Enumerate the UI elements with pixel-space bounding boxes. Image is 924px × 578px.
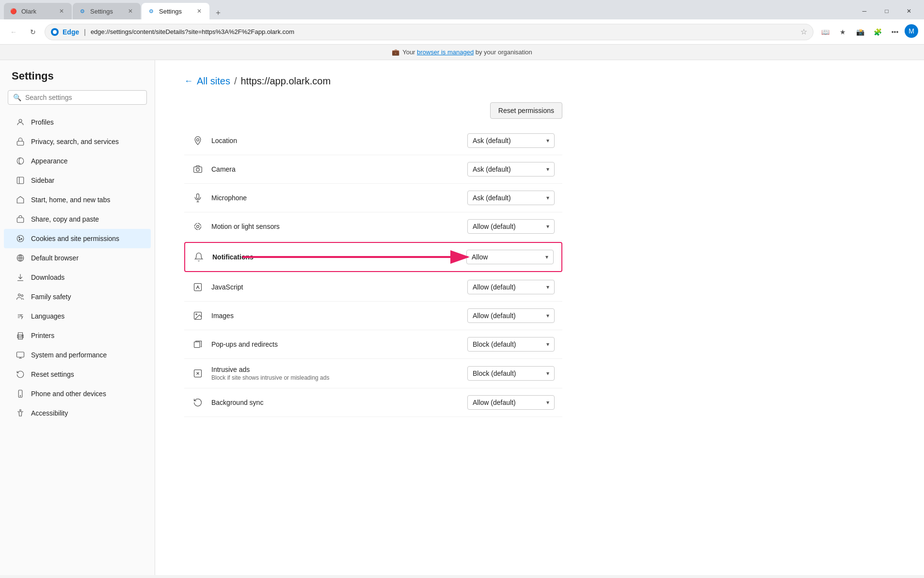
permission-row-images: Images Allow (default) ▾: [184, 302, 562, 330]
sidebar-item-share-label: Share, copy and paste: [31, 215, 99, 223]
permission-notifications-chevron: ▾: [545, 254, 548, 260]
tab-settings2[interactable]: ⚙ Settings ✕: [142, 3, 209, 19]
permission-background-sync-value: Allow (default): [473, 399, 544, 406]
back-button[interactable]: ←: [6, 24, 21, 40]
tab-olark-close[interactable]: ✕: [57, 7, 66, 16]
phone-icon: [16, 389, 25, 399]
breadcrumb: ← All sites / https://app.olark.com: [184, 76, 562, 87]
tab-olark[interactable]: 🔴 Olark ✕: [4, 3, 72, 19]
profiles-icon: [16, 117, 25, 127]
permission-popups-select[interactable]: Block (default) ▾: [467, 337, 555, 352]
favorites-icon[interactable]: ★: [835, 24, 850, 40]
address-bar[interactable]: Edge | edge://settings/content/siteDetai…: [45, 24, 813, 40]
permission-row-location: Location Ask (default) ▾: [184, 127, 562, 155]
svg-rect-24: [194, 167, 202, 173]
svg-point-29: [197, 225, 199, 228]
svg-rect-26: [197, 194, 199, 199]
permission-motion-select[interactable]: Allow (default) ▾: [467, 219, 555, 234]
sidebar-item-system-label: System and performance: [31, 351, 107, 359]
sidebar-icon: [16, 176, 25, 185]
permission-microphone-select[interactable]: Ask (default) ▾: [467, 191, 555, 205]
reading-view-icon[interactable]: 📖: [817, 24, 833, 40]
address-url: edge://settings/content/siteDetails?site…: [91, 28, 797, 35]
permission-notifications-select[interactable]: Allow ▾: [466, 250, 554, 264]
profile-icon[interactable]: M: [905, 24, 918, 38]
permission-camera-select[interactable]: Ask (default) ▾: [467, 162, 555, 177]
search-box[interactable]: 🔍: [8, 90, 147, 105]
permission-microphone-value: Ask (default): [473, 194, 544, 202]
sidebar-item-phone[interactable]: Phone and other devices: [4, 384, 151, 403]
svg-point-7: [19, 237, 20, 238]
tab-settings1-close[interactable]: ✕: [126, 7, 135, 16]
sidebar-item-accessibility[interactable]: Accessibility: [4, 403, 151, 423]
svg-point-34: [196, 314, 197, 315]
downloads-icon: [16, 273, 25, 282]
sidebar-item-default-browser[interactable]: Default browser: [4, 248, 151, 268]
svg-point-25: [196, 168, 200, 172]
notifications-icon: [193, 251, 205, 263]
sidebar-item-sidebar[interactable]: Sidebar: [4, 171, 151, 190]
breadcrumb-all-sites-link[interactable]: All sites: [197, 76, 230, 87]
permission-location-select[interactable]: Ask (default) ▾: [467, 133, 555, 148]
sidebar-item-system[interactable]: System and performance: [4, 345, 151, 365]
search-input[interactable]: [25, 94, 142, 101]
permission-background-sync-select[interactable]: Allow (default) ▾: [467, 395, 555, 410]
sidebar-item-downloads[interactable]: Downloads: [4, 268, 151, 287]
sidebar-item-default-browser-label: Default browser: [31, 254, 79, 262]
sidebar-item-profiles-label: Profiles: [31, 118, 54, 126]
sidebar-item-sidebar-label: Sidebar: [31, 177, 54, 184]
svg-point-16: [22, 336, 23, 337]
permission-location-label: Location: [211, 137, 460, 144]
sidebar-item-family[interactable]: Family safety: [4, 287, 151, 306]
permission-javascript-chevron: ▾: [546, 284, 549, 290]
more-options-icon[interactable]: •••: [887, 24, 903, 40]
permission-intrusive-ads-value: Block (default): [473, 369, 544, 377]
permission-intrusive-ads-select[interactable]: Block (default) ▾: [467, 366, 555, 381]
svg-rect-35: [194, 342, 200, 348]
sidebar-item-cookies[interactable]: Cookies and site permissions: [4, 229, 151, 248]
svg-rect-3: [17, 177, 24, 184]
sidebar-item-start[interactable]: Start, home, and new tabs: [4, 190, 151, 209]
permission-motion-label: Motion or light sensors: [211, 223, 460, 230]
close-button[interactable]: ✕: [898, 3, 920, 19]
sidebar-item-reset[interactable]: Reset settings: [4, 365, 151, 384]
window-controls: ─ □ ✕: [853, 3, 920, 19]
camera-icon: [192, 163, 204, 175]
microphone-icon: [192, 192, 204, 204]
permission-images-select[interactable]: Allow (default) ▾: [467, 308, 555, 323]
sidebar-item-privacy[interactable]: Privacy, search, and services: [4, 132, 151, 151]
navigation-bar: ← ↻ Edge | edge://settings/content/siteD…: [0, 19, 924, 45]
minimize-button[interactable]: ─: [853, 3, 876, 19]
address-brand: Edge: [63, 28, 79, 36]
refresh-button[interactable]: ↻: [25, 24, 41, 40]
sidebar-item-appearance-label: Appearance: [31, 157, 68, 165]
sidebar-item-printers[interactable]: Printers: [4, 326, 151, 345]
permission-javascript-select[interactable]: Allow (default) ▾: [467, 280, 555, 294]
system-icon: [16, 350, 25, 360]
permission-javascript-label: JavaScript: [211, 283, 460, 291]
settings1-favicon: ⚙: [79, 7, 86, 15]
bookmark-icon[interactable]: ☆: [800, 27, 807, 36]
permission-intrusive-ads-sublabel: Block if site shows intrusive or mislead…: [211, 374, 460, 381]
sidebar-item-profiles[interactable]: Profiles: [4, 112, 151, 132]
sidebar-item-share[interactable]: Share, copy and paste: [4, 209, 151, 229]
permission-popups-chevron: ▾: [546, 341, 549, 348]
permission-intrusive-ads-text: Intrusive ads Block if site shows intrus…: [211, 366, 460, 381]
tab-settings1[interactable]: ⚙ Settings ✕: [73, 3, 141, 19]
web-capture-icon[interactable]: 📸: [852, 24, 868, 40]
permission-intrusive-ads-chevron: ▾: [546, 370, 549, 377]
new-tab-button[interactable]: ＋: [211, 6, 225, 19]
maximize-button[interactable]: □: [876, 3, 898, 19]
tab-settings2-label: Settings: [159, 8, 191, 15]
reset-permissions-button[interactable]: Reset permissions: [490, 102, 562, 119]
back-arrow-button[interactable]: ←: [184, 76, 193, 86]
tab-settings2-close[interactable]: ✕: [195, 7, 204, 16]
start-icon: [16, 195, 25, 205]
permission-row-javascript: JavaScript Allow (default) ▾: [184, 273, 562, 302]
managed-link[interactable]: browser is managed: [417, 48, 474, 56]
sidebar-item-reset-label: Reset settings: [31, 370, 74, 378]
extensions-icon[interactable]: 🧩: [870, 24, 885, 40]
sidebar-item-languages[interactable]: Languages: [4, 306, 151, 326]
sidebar-item-appearance[interactable]: Appearance: [4, 151, 151, 171]
cookies-icon: [16, 234, 25, 243]
